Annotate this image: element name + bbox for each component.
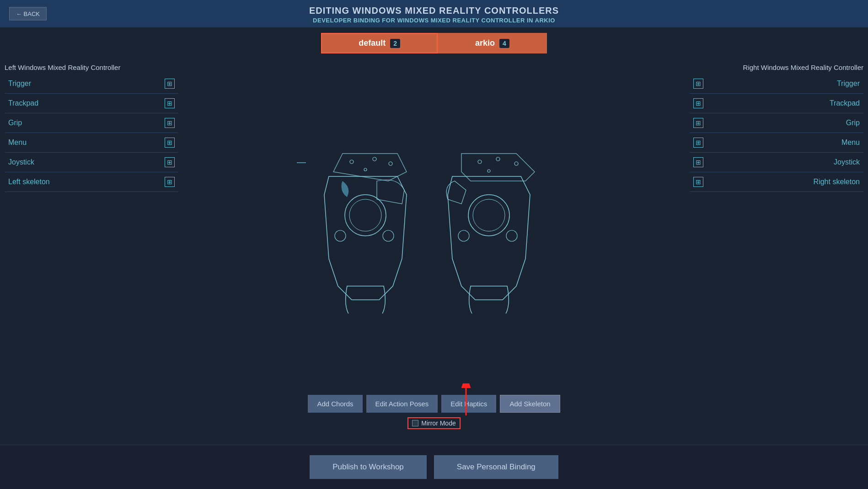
tab-arkio[interactable]: arkio 4 bbox=[438, 33, 547, 53]
svg-point-4 bbox=[345, 195, 386, 236]
left-joystick-add-icon[interactable]: ⊞ bbox=[165, 157, 175, 167]
svg-point-3 bbox=[364, 168, 367, 171]
left-panel-title: Left Windows Mixed Reality Controller bbox=[5, 64, 178, 71]
right-controller bbox=[446, 154, 535, 314]
right-joystick-add-icon[interactable]: ⊞ bbox=[693, 157, 703, 167]
right-grip-add-icon[interactable]: ⊞ bbox=[693, 118, 703, 128]
svg-point-9 bbox=[478, 160, 482, 164]
right-menu-item[interactable]: Menu ⊞ bbox=[690, 133, 863, 153]
svg-point-11 bbox=[514, 162, 518, 165]
svg-point-15 bbox=[458, 230, 469, 241]
left-panel: Left Windows Mixed Reality Controller Tr… bbox=[0, 59, 178, 429]
svg-point-7 bbox=[383, 230, 394, 241]
left-trackpad-add-icon[interactable]: ⊞ bbox=[165, 98, 175, 108]
page-subtitle: DEVELOPER BINDING FOR WINDOWS MIXED REAL… bbox=[0, 17, 868, 24]
right-trigger-add-icon[interactable]: ⊞ bbox=[693, 79, 703, 89]
left-menu-item[interactable]: Menu ⊞ bbox=[5, 133, 178, 153]
mirror-mode-label: Mirror Mode bbox=[421, 420, 455, 427]
svg-point-5 bbox=[349, 199, 381, 231]
right-trackpad-item[interactable]: Trackpad ⊞ bbox=[690, 94, 863, 113]
right-skeleton-item[interactable]: Right skeleton ⊞ bbox=[690, 172, 863, 192]
left-trackpad-item[interactable]: Trackpad ⊞ bbox=[5, 94, 178, 113]
right-panel: Right Windows Mixed Reality Controller T… bbox=[690, 59, 868, 429]
left-joystick-item[interactable]: Joystick ⊞ bbox=[5, 153, 178, 172]
left-grip-item[interactable]: Grip ⊞ bbox=[5, 113, 178, 133]
right-menu-label: Menu bbox=[841, 138, 860, 147]
main-content: Left Windows Mixed Reality Controller Tr… bbox=[0, 59, 868, 429]
left-trackpad-label: Trackpad bbox=[8, 99, 38, 107]
left-controller bbox=[297, 154, 407, 314]
right-menu-add-icon[interactable]: ⊞ bbox=[693, 138, 703, 148]
right-panel-title: Right Windows Mixed Reality Controller bbox=[690, 64, 863, 71]
tab-default-badge: 2 bbox=[390, 39, 400, 48]
arrow-indicator bbox=[452, 383, 480, 420]
svg-point-14 bbox=[473, 199, 505, 231]
edit-action-poses-button[interactable]: Edit Action Poses bbox=[366, 395, 438, 413]
right-skeleton-add-icon[interactable]: ⊞ bbox=[693, 177, 703, 187]
left-joystick-label: Joystick bbox=[8, 158, 34, 166]
left-trigger-add-icon[interactable]: ⊞ bbox=[165, 79, 175, 89]
svg-point-10 bbox=[496, 157, 500, 161]
svg-point-6 bbox=[335, 230, 346, 241]
right-grip-item[interactable]: Grip ⊞ bbox=[690, 113, 863, 133]
controllers-svg bbox=[297, 140, 571, 314]
svg-point-12 bbox=[488, 170, 490, 172]
left-skeleton-item[interactable]: Left skeleton ⊞ bbox=[5, 172, 178, 192]
tab-default-label: default bbox=[359, 38, 386, 48]
left-grip-label: Grip bbox=[8, 119, 22, 127]
right-grip-label: Grip bbox=[846, 119, 860, 127]
right-joystick-item[interactable]: Joystick ⊞ bbox=[690, 153, 863, 172]
right-joystick-label: Joystick bbox=[834, 158, 860, 166]
svg-point-2 bbox=[389, 162, 392, 165]
tab-arkio-label: arkio bbox=[475, 38, 495, 48]
tabs-container: default 2 arkio 4 bbox=[0, 27, 868, 59]
right-skeleton-label: Right skeleton bbox=[814, 178, 860, 186]
save-personal-binding-button[interactable]: Save Personal Binding bbox=[434, 455, 558, 479]
right-trackpad-label: Trackpad bbox=[830, 99, 860, 107]
add-skeleton-button[interactable]: Add Skeleton bbox=[500, 395, 560, 413]
footer: Publish to Workshop Save Personal Bindin… bbox=[0, 445, 868, 489]
right-trackpad-add-icon[interactable]: ⊞ bbox=[693, 98, 703, 108]
tab-default[interactable]: default 2 bbox=[321, 33, 438, 53]
tab-arkio-badge: 4 bbox=[499, 39, 509, 48]
add-chords-button[interactable]: Add Chords bbox=[308, 395, 362, 413]
left-trigger-item[interactable]: Trigger ⊞ bbox=[5, 74, 178, 94]
svg-point-13 bbox=[468, 195, 509, 236]
svg-point-16 bbox=[506, 230, 517, 241]
page-title: EDITING WINDOWS MIXED REALITY CONTROLLER… bbox=[0, 5, 868, 16]
left-grip-add-icon[interactable]: ⊞ bbox=[165, 118, 175, 128]
publish-workshop-button[interactable]: Publish to Workshop bbox=[310, 455, 427, 479]
right-trigger-label: Trigger bbox=[837, 80, 860, 88]
svg-point-1 bbox=[373, 157, 376, 161]
right-trigger-item[interactable]: Trigger ⊞ bbox=[690, 74, 863, 94]
center-area: Add Chords Edit Action Poses Edit Haptic… bbox=[178, 59, 690, 429]
left-skeleton-label: Left skeleton bbox=[8, 178, 50, 186]
svg-point-0 bbox=[350, 160, 354, 164]
left-menu-add-icon[interactable]: ⊞ bbox=[165, 138, 175, 148]
mirror-mode-checkbox[interactable] bbox=[412, 420, 418, 426]
controllers-area bbox=[178, 59, 690, 389]
header: ← BACK EDITING WINDOWS MIXED REALITY CON… bbox=[0, 0, 868, 27]
action-buttons-row: Add Chords Edit Action Poses Edit Haptic… bbox=[308, 395, 560, 413]
left-menu-label: Menu bbox=[8, 138, 27, 147]
left-skeleton-add-icon[interactable]: ⊞ bbox=[165, 177, 175, 187]
back-button[interactable]: ← BACK bbox=[9, 7, 47, 21]
left-trigger-label: Trigger bbox=[8, 80, 31, 88]
